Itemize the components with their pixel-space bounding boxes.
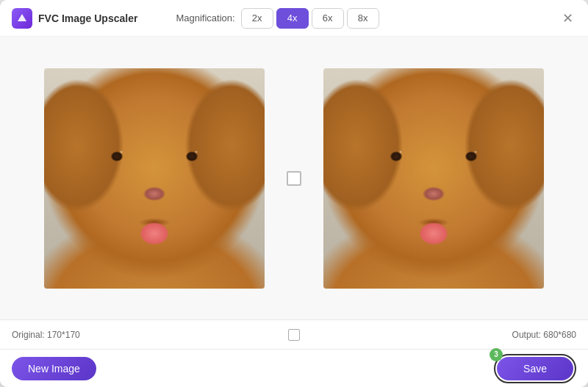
app-logo-icon [12,8,32,29]
header: FVC Image Upscaler Magnification: 2x 4x … [0,0,588,37]
mag-4x-button[interactable]: 4x [276,8,309,29]
save-badge: 3 [490,348,503,361]
output-dog-image [323,68,544,289]
magnification-label: Magnification: [176,12,234,23]
main-window: FVC Image Upscaler Magnification: 2x 4x … [0,0,588,387]
mag-6x-button[interactable]: 6x [312,8,344,29]
footer: New Image 3 Save [0,349,588,387]
save-button-wrapper: Save [494,354,576,383]
magnification-buttons: 2x 4x 6x 8x [241,8,379,29]
new-image-button[interactable]: New Image [12,357,96,380]
save-area: 3 Save [494,354,576,383]
main-content [0,37,588,319]
mag-8x-button[interactable]: 8x [347,8,379,29]
app-title: FVC Image Upscaler [38,12,137,24]
original-image-panel [44,68,265,289]
original-dog-image [44,68,265,289]
info-bar: Original: 170*170 Output: 680*680 [0,319,588,349]
output-image-container [323,68,544,289]
output-image-panel [323,68,544,289]
compare-box-icon [288,329,300,341]
mag-2x-button[interactable]: 2x [241,8,273,29]
magnification-area: Magnification: 2x 4x 6x 8x [176,8,379,29]
logo-area: FVC Image Upscaler [12,8,137,29]
original-size-label: Original: 170*170 [12,330,80,340]
save-button[interactable]: Save [497,357,573,380]
original-image-container [44,68,265,289]
compare-icon [287,171,301,186]
svg-marker-0 [18,14,26,21]
output-size-label: Output: 680*680 [512,330,576,340]
close-button[interactable]: ✕ [559,10,576,27]
